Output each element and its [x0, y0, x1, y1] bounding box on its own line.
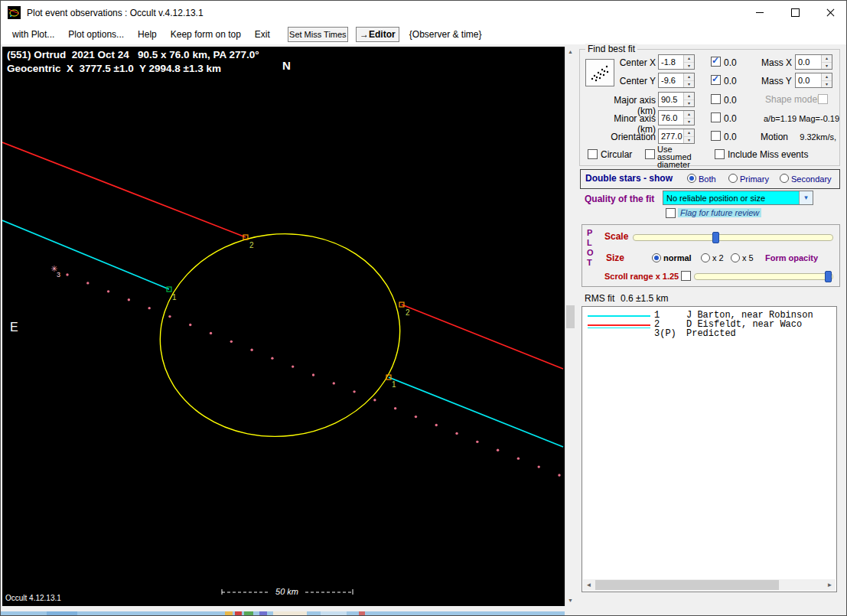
circular-label: Circular — [601, 149, 632, 160]
taskbar-sliver — [1, 611, 565, 616]
chevron-down-icon[interactable] — [799, 191, 813, 204]
fit-scatter-button[interactable] — [585, 59, 614, 86]
svg-text:1: 1 — [392, 380, 396, 389]
legend-entry-3-name: Predicted — [686, 328, 736, 339]
svg-text:3: 3 — [57, 271, 60, 279]
center-y-input[interactable]: -9.6 — [658, 73, 695, 88]
scroll-right-icon[interactable] — [824, 579, 836, 591]
scroll-up-icon[interactable] — [565, 47, 575, 57]
mass-x-input[interactable]: 0.0 — [795, 54, 832, 70]
double-stars-secondary-label[interactable]: Secondary — [791, 174, 832, 184]
size-x5-label[interactable]: x 5 — [742, 253, 754, 262]
size-x2-radio[interactable] — [701, 253, 710, 262]
menu-exit[interactable]: Exit — [248, 29, 277, 40]
opacity-slider[interactable] — [694, 273, 833, 280]
double-stars-primary-radio[interactable] — [728, 174, 738, 183]
orientation-input[interactable]: 277.0 — [658, 129, 695, 144]
maximize-button[interactable] — [777, 1, 813, 24]
set-miss-times-button[interactable]: Set Miss Times — [288, 27, 348, 42]
scroll-down-icon[interactable] — [565, 595, 575, 606]
title-bar[interactable]: Plot event observations : Occult v.4.12.… — [1, 1, 846, 24]
include-miss-events-checkbox[interactable] — [715, 149, 725, 159]
center-y-spinner[interactable] — [683, 73, 694, 87]
minor-axis-input[interactable]: 76.0 — [658, 110, 695, 125]
minor-axis-spinner[interactable] — [683, 111, 694, 125]
orientation-zero-label: 0.0 — [724, 132, 737, 142]
center-x-hold-checkbox[interactable] — [711, 57, 721, 67]
mass-y-input[interactable]: 0.0 — [795, 73, 832, 88]
editor-button[interactable]: →Editor — [356, 27, 399, 42]
mass-x-spinner[interactable] — [821, 55, 832, 69]
occultation-plot-canvas[interactable]: ✳3221150 km — [2, 47, 565, 606]
observer-legend-list[interactable]: 1J Barton, near Robinson 2D Eisfeldt, ne… — [581, 306, 837, 592]
flag-review-checkbox[interactable] — [666, 208, 676, 218]
major-axis-hold-checkbox[interactable] — [711, 94, 721, 104]
close-button[interactable] — [813, 1, 847, 24]
scroll-range-label: Scroll range x 1.25 — [604, 272, 679, 281]
scroll-range-checkbox[interactable] — [681, 271, 691, 281]
quality-dropdown[interactable]: No reliable position or size — [663, 191, 813, 205]
size-x5-radio[interactable] — [731, 253, 740, 262]
orientation-spinner[interactable] — [683, 129, 694, 143]
scale-slider[interactable] — [633, 234, 833, 241]
scroll-left-icon[interactable] — [583, 579, 595, 591]
mass-y-label: Mass Y — [761, 76, 792, 86]
svg-text:50 km: 50 km — [275, 587, 298, 596]
minor-axis-value: 76.0 — [659, 111, 683, 125]
maximize-icon — [791, 8, 800, 17]
flag-review-label: Flag for future review — [678, 208, 761, 217]
center-x-label: Center X — [617, 57, 656, 68]
svg-text:2: 2 — [406, 308, 410, 317]
mass-y-spinner[interactable] — [821, 73, 832, 87]
legend-horizontal-scrollbar[interactable] — [583, 579, 836, 591]
opacity-slider-thumb[interactable] — [825, 271, 832, 282]
minimize-icon — [756, 12, 764, 13]
include-miss-events-label: Include Miss events — [728, 149, 808, 160]
menu-with-plot[interactable]: with Plot... — [5, 29, 61, 40]
scrollbar-thumb[interactable] — [566, 305, 575, 328]
scale-slider-thumb[interactable] — [712, 232, 719, 243]
menu-help[interactable]: Help — [131, 29, 164, 40]
center-x-zero-label: 0.0 — [724, 57, 737, 68]
orientation-value: 277.0 — [659, 129, 683, 143]
major-axis-spinner[interactable] — [683, 93, 694, 106]
application-window: Plot event observations : Occult v.4.12.… — [0, 0, 847, 616]
double-stars-both-radio[interactable] — [687, 174, 696, 183]
center-x-input[interactable]: -1.8 — [658, 54, 695, 70]
center-y-label: Center Y — [617, 76, 656, 86]
major-axis-input[interactable]: 90.5 — [658, 92, 695, 107]
form-opacity-label[interactable]: Form opacity — [765, 253, 818, 262]
mass-x-value: 0.0 — [796, 55, 821, 69]
center-y-zero-label: 0.0 — [724, 76, 737, 86]
use-assumed-diameter-label: Use assumed diameter — [657, 145, 708, 168]
circular-checkbox[interactable] — [588, 149, 598, 159]
svg-text:1: 1 — [172, 293, 177, 301]
menu-keep-on-top[interactable]: Keep form on top — [164, 29, 248, 40]
center-x-value: -1.8 — [659, 55, 683, 69]
center-x-spinner[interactable] — [683, 55, 694, 69]
size-normal-label[interactable]: normal — [663, 253, 692, 262]
legend-line-red — [588, 324, 650, 326]
menu-plot-options[interactable]: Plot options... — [61, 29, 131, 40]
double-stars-primary-label[interactable]: Primary — [740, 174, 769, 184]
plot-vertical-scrollbar[interactable] — [565, 47, 575, 606]
center-y-hold-checkbox[interactable] — [711, 75, 721, 85]
app-icon — [8, 6, 21, 19]
legend-entry-3[interactable]: 3(P)Predicted — [654, 328, 736, 339]
minimize-button[interactable] — [742, 1, 777, 24]
use-assumed-diameter-checkbox[interactable] — [645, 149, 655, 159]
occultation-plot-area[interactable]: ✳3221150 km (551) Ortrud 2021 Oct 24 90.… — [2, 47, 565, 606]
legend-scrollbar-thumb[interactable] — [595, 580, 779, 590]
orientation-hold-checkbox[interactable] — [711, 131, 721, 141]
major-axis-value: 90.5 — [659, 93, 683, 106]
svg-text:2: 2 — [249, 241, 254, 249]
plot-letter-l: L — [587, 238, 592, 247]
double-stars-both-label[interactable]: Both — [699, 174, 716, 184]
size-normal-radio[interactable] — [652, 253, 661, 262]
size-x2-label[interactable]: x 2 — [712, 253, 724, 262]
east-label: E — [10, 321, 18, 334]
double-stars-secondary-radio[interactable] — [780, 174, 789, 183]
shape-model-checkbox[interactable] — [818, 94, 828, 104]
minor-axis-hold-checkbox[interactable] — [711, 112, 721, 122]
quality-dropdown-value: No reliable position or size — [663, 191, 799, 204]
